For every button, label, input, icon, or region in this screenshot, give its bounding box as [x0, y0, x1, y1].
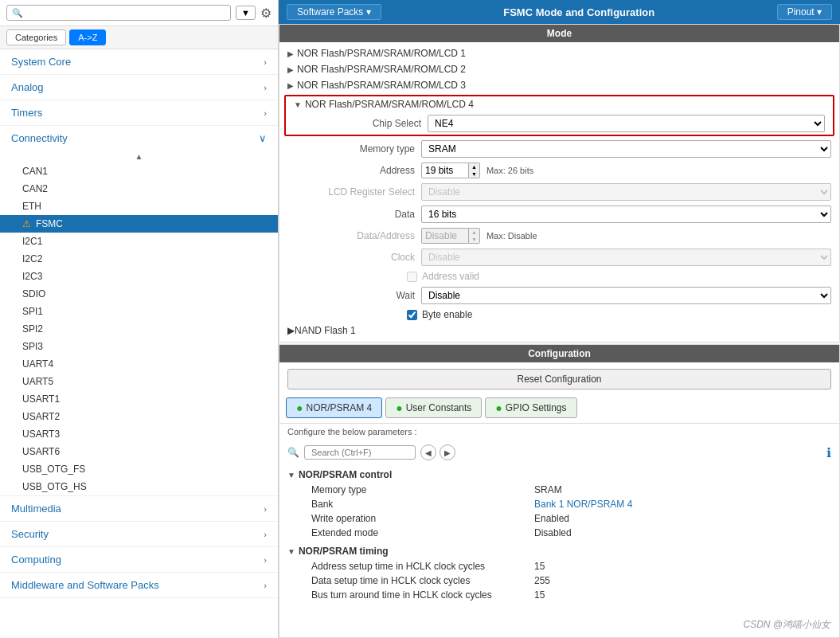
- sidebar-item-eth[interactable]: ETH: [0, 198, 278, 215]
- search-box[interactable]: 🔍: [6, 5, 231, 21]
- sidebar-item-can2[interactable]: CAN2: [0, 180, 278, 198]
- chip-select-dropdown[interactable]: NE4: [428, 115, 825, 132]
- sidebar-item-i2c2[interactable]: I2C2: [0, 250, 278, 268]
- search-icon: 🔍: [287, 447, 299, 458]
- config-search-prev[interactable]: ◀: [420, 444, 436, 460]
- wait-dropdown[interactable]: Disable: [421, 287, 831, 304]
- address-valid-checkbox[interactable]: [407, 272, 417, 282]
- tab-a-to-z[interactable]: A->Z: [69, 29, 106, 45]
- memory-type-dropdown[interactable]: SRAM: [421, 140, 831, 158]
- nor-item-2[interactable]: ▶ NOR Flash/PSRAM/SRAM/ROM/LCD 2: [279, 61, 839, 77]
- sidebar-item-fsmc[interactable]: ⚠ FSMC: [0, 215, 278, 233]
- sidebar-item-timers[interactable]: Timers ›: [0, 100, 278, 126]
- sidebar-search-bar: 🔍 ▼ ⚙: [0, 0, 278, 26]
- sidebar-item-usb-otg-fs[interactable]: USB_OTG_FS: [0, 460, 278, 478]
- address-increment[interactable]: ▲: [469, 163, 479, 170]
- address-row: Address ▲ ▼ Max: 26 bits: [279, 160, 839, 181]
- search-input[interactable]: [26, 7, 225, 18]
- config-search-next[interactable]: ▶: [440, 444, 455, 460]
- config-row-extended-mode: Extended mode Disabled: [279, 526, 839, 540]
- search-dropdown-button[interactable]: ▼: [236, 6, 256, 20]
- chevron-right-icon: ›: [264, 581, 267, 590]
- clock-dropdown[interactable]: Disable: [421, 249, 831, 266]
- data-address-max-label: Max: Disable: [486, 231, 537, 241]
- sidebar-item-uart5[interactable]: UART5: [0, 373, 278, 390]
- info-button[interactable]: ℹ: [826, 445, 831, 460]
- nand-flash-item[interactable]: ▶ NAND Flash 1: [279, 323, 839, 339]
- nor-item-4[interactable]: ▼ NOR Flash/PSRAM/SRAM/ROM/LCD 4: [286, 96, 833, 112]
- scroll-up-button[interactable]: ▲: [0, 151, 278, 162]
- lcd-register-label: LCD Register Select: [311, 186, 415, 198]
- memory-type-label: Memory type: [311, 143, 415, 155]
- chevron-right-icon: ▶: [287, 65, 294, 74]
- config-row-memory-type: Memory type SRAM: [279, 483, 839, 497]
- config-tab-gpio-settings[interactable]: ● GPIO Settings: [485, 397, 576, 418]
- config-search-input[interactable]: [304, 445, 416, 460]
- sidebar-item-label: Security: [11, 528, 49, 540]
- sidebar-item-multimedia[interactable]: Multimedia ›: [0, 496, 278, 522]
- data-dropdown[interactable]: 16 bits: [421, 205, 831, 223]
- address-spinner-buttons: ▲ ▼: [469, 162, 480, 178]
- nor-item-3[interactable]: ▶ NOR Flash/PSRAM/SRAM/ROM/LCD 3: [279, 77, 839, 93]
- sidebar-item-usart6[interactable]: USART6: [0, 443, 278, 460]
- data-address-increment[interactable]: ▲: [469, 229, 479, 236]
- address-input[interactable]: [421, 162, 469, 178]
- sidebar-item-analog[interactable]: Analog ›: [0, 75, 278, 100]
- sidebar-item-sdio[interactable]: SDIO: [0, 285, 278, 303]
- sidebar-item-usart2[interactable]: USART2: [0, 408, 278, 425]
- gear-button[interactable]: ⚙: [260, 6, 272, 21]
- config-group-norpsram-control-header[interactable]: ▼ NOR/PSRAM control: [279, 467, 839, 483]
- mode-header: Mode: [279, 25, 839, 42]
- config-tab-nor-psram4[interactable]: ● NOR/PSRAM 4: [286, 397, 382, 418]
- config-group-norpsram-timing-header[interactable]: ▼ NOR/PSRAM timing: [279, 543, 839, 559]
- sidebar-item-can1[interactable]: CAN1: [0, 162, 278, 180]
- sidebar-item-spi2[interactable]: SPI2: [0, 320, 278, 338]
- config-search-nav: ◀ ▶: [420, 444, 455, 460]
- nor-item-1[interactable]: ▶ NOR Flash/PSRAM/SRAM/ROM/LCD 1: [279, 45, 839, 61]
- config-header: Configuration: [279, 345, 839, 362]
- data-address-decrement[interactable]: ▼: [469, 236, 479, 243]
- reset-config-button[interactable]: Reset Configuration: [287, 369, 831, 389]
- byte-enable-checkbox[interactable]: [407, 310, 417, 320]
- tab-categories[interactable]: Categories: [6, 29, 66, 45]
- data-address-spinner: ▲ ▼: [421, 228, 480, 244]
- sidebar-item-uart4[interactable]: UART4: [0, 355, 278, 373]
- software-packs-button[interactable]: Software Packs ▾: [287, 4, 381, 20]
- sidebar-item-label: Multimedia: [11, 503, 61, 515]
- sidebar-item-spi3[interactable]: SPI3: [0, 338, 278, 355]
- lcd-register-dropdown[interactable]: Disable: [421, 183, 831, 201]
- data-row: Data 16 bits: [279, 203, 839, 225]
- sidebar-item-computing[interactable]: Computing ›: [0, 547, 278, 573]
- fsmc-title: FSMC Mode and Configuration: [503, 6, 654, 18]
- sidebar-item-usart3[interactable]: USART3: [0, 425, 278, 443]
- mode-body: ▶ NOR Flash/PSRAM/SRAM/ROM/LCD 1 ▶ NOR F…: [279, 42, 839, 342]
- config-row-bus-turnaround: Bus turn around time in HCLK clock cycle…: [279, 588, 839, 602]
- sidebar-item-middleware[interactable]: Middleware and Software Packs ›: [0, 573, 278, 598]
- dot-icon: ●: [396, 401, 402, 414]
- chevron-right-icon: ›: [264, 83, 267, 92]
- watermark: CSDN @鸿喵小仙女: [743, 618, 830, 632]
- config-group-norpsram-timing: ▼ NOR/PSRAM timing Address setup time in…: [279, 543, 839, 602]
- sidebar-item-usb-otg-hs[interactable]: USB_OTG_HS: [0, 478, 278, 495]
- data-address-input[interactable]: [421, 228, 469, 244]
- clock-row: Clock Disable: [279, 246, 839, 268]
- config-tab-user-constants[interactable]: ● User Constants: [385, 397, 482, 418]
- sidebar-item-connectivity[interactable]: Connectivity ∨: [0, 126, 278, 151]
- sidebar-item-i2c3[interactable]: I2C3: [0, 268, 278, 285]
- config-row-data-setup: Data setup time in HCLK clock cycles 255: [279, 573, 839, 588]
- sidebar-item-label: Computing: [11, 554, 61, 566]
- clock-label: Clock: [311, 252, 415, 263]
- address-valid-label: Address valid: [422, 271, 479, 282]
- address-decrement[interactable]: ▼: [469, 170, 479, 178]
- sidebar-item-system-core[interactable]: System Core ›: [0, 49, 278, 75]
- sidebar-item-spi1[interactable]: SPI1: [0, 303, 278, 320]
- chevron-down-icon: ▼: [287, 547, 295, 556]
- sidebar-item-i2c1[interactable]: I2C1: [0, 233, 278, 250]
- chevron-right-icon: ▶: [287, 81, 294, 90]
- pinout-button[interactable]: Pinout ▾: [777, 4, 832, 20]
- memory-type-row: Memory type SRAM: [279, 138, 839, 160]
- sidebar-item-security[interactable]: Security ›: [0, 522, 278, 547]
- top-bar: Software Packs ▾ FSMC Mode and Configura…: [279, 0, 840, 24]
- sidebar-item-usart1[interactable]: USART1: [0, 390, 278, 408]
- nor-item-4-selected: ▼ NOR Flash/PSRAM/SRAM/ROM/LCD 4 Chip Se…: [284, 95, 834, 136]
